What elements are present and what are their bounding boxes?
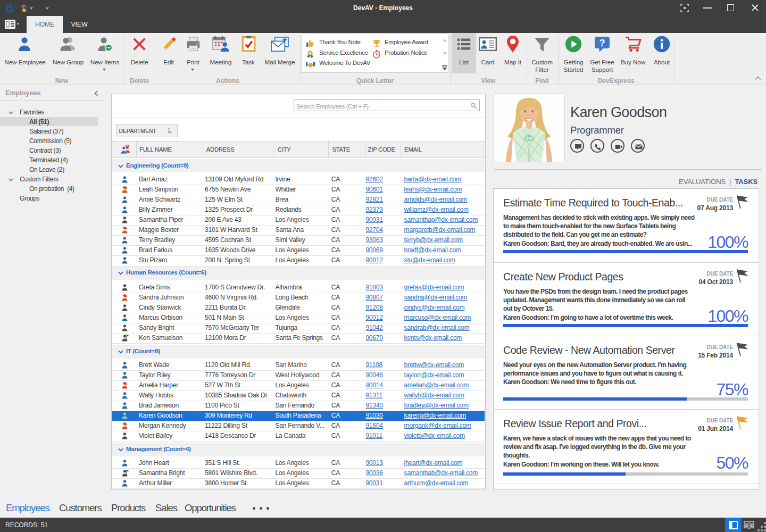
svg-text:?: ? (600, 38, 605, 48)
